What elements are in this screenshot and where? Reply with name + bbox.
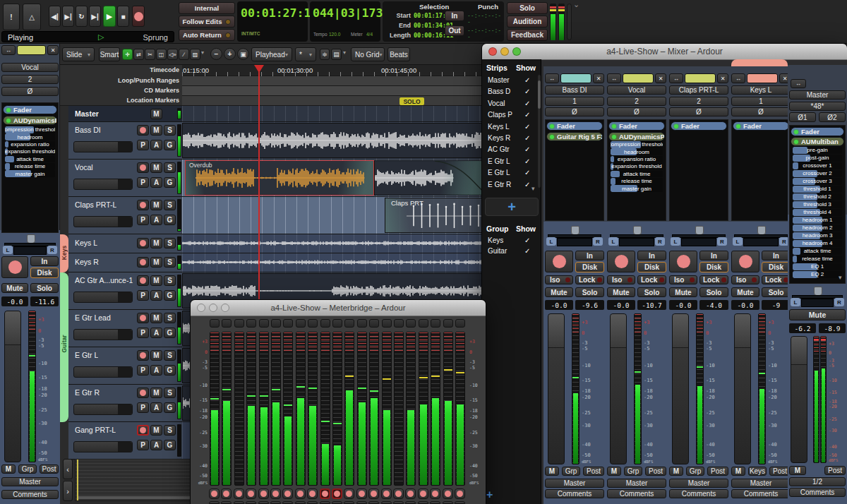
audio-region[interactable] bbox=[374, 160, 487, 196]
track-group-button[interactable]: G bbox=[164, 177, 176, 188]
strip-fader[interactable] bbox=[610, 313, 627, 464]
strip-metering-point-button[interactable]: M bbox=[669, 467, 683, 476]
strip-mute-button[interactable]: Mute bbox=[1, 283, 28, 293]
play-range-button[interactable]: ▶| bbox=[89, 6, 101, 27]
track-rec-enable-button[interactable] bbox=[137, 125, 149, 136]
meterbridge-track-button[interactable] bbox=[419, 319, 428, 328]
track-playlist-button[interactable]: P bbox=[137, 215, 149, 225]
meterbridge-mute-button[interactable] bbox=[344, 501, 354, 504]
meterbridge-mute-button[interactable] bbox=[234, 501, 244, 504]
strips-list-item[interactable]: AC Gtr✓ bbox=[482, 144, 537, 155]
feedback-button[interactable]: Feedback bbox=[507, 29, 548, 41]
meterbridge-mute-button[interactable] bbox=[258, 501, 269, 504]
strip-group-button[interactable]: Grp bbox=[562, 467, 580, 476]
strips-list-scroll-thumb[interactable] bbox=[538, 80, 541, 109]
strip-close-button[interactable]: ✕ bbox=[47, 45, 59, 55]
strip-solo-lock-button[interactable]: Lock bbox=[762, 275, 791, 284]
track-header[interactable]: VocalMSPAG bbox=[68, 160, 182, 197]
meterbridge-track-button[interactable] bbox=[332, 319, 342, 328]
track-solo-button[interactable]: S bbox=[164, 125, 176, 136]
plugin-control[interactable]: master gain bbox=[5, 170, 55, 177]
track-playlist-button[interactable]: P bbox=[137, 290, 149, 301]
strip-peak-display[interactable]: -10.7 bbox=[637, 300, 666, 310]
solo-location-marker[interactable]: SOLO bbox=[400, 97, 424, 105]
goto-end-button[interactable]: ▶| bbox=[62, 6, 74, 27]
strip-peak-display[interactable]: -8.9 bbox=[819, 323, 846, 333]
group-list-item[interactable]: Keys✓ bbox=[482, 236, 537, 246]
track-playlist-button[interactable]: P bbox=[137, 177, 149, 188]
track-playlist-button[interactable]: P bbox=[137, 365, 149, 376]
plugin-control[interactable]: crossover 1 bbox=[793, 162, 842, 169]
meterbridge-rec-button[interactable] bbox=[234, 488, 244, 499]
pan-control[interactable]: LR bbox=[3, 234, 57, 256]
plugin-control[interactable]: headroom bbox=[5, 133, 55, 140]
meterbridge-mute-button[interactable] bbox=[356, 501, 367, 504]
strips-list-item[interactable]: Claps P✓ bbox=[482, 109, 537, 121]
strips-list-item[interactable]: Bass D✓ bbox=[482, 86, 537, 97]
meterbridge-track-button[interactable] bbox=[246, 319, 256, 328]
fader-processor[interactable]: Fader bbox=[546, 121, 603, 131]
strip-close-button[interactable]: ✕ bbox=[655, 73, 666, 83]
zoom-to-selection-button[interactable]: ≑ bbox=[320, 49, 330, 60]
plugin-control[interactable]: threshold 3 bbox=[793, 201, 842, 208]
plugin-control[interactable]: attack time bbox=[5, 156, 55, 163]
track-playlist-button[interactable]: P bbox=[137, 402, 149, 413]
overdub-region[interactable]: Overdub bbox=[185, 160, 374, 196]
strips-list-item[interactable]: E Gtr R✓ bbox=[482, 179, 537, 191]
meterbridge-track-button[interactable] bbox=[271, 319, 281, 328]
track-playlist-button[interactable]: P bbox=[137, 140, 149, 150]
strip-fader[interactable] bbox=[4, 311, 21, 462]
meterbridge-rec-button[interactable] bbox=[332, 488, 342, 499]
strip-gain-display[interactable]: -0.0 bbox=[731, 300, 759, 310]
meterbridge-mute-button[interactable] bbox=[221, 501, 232, 504]
track-solo-button[interactable]: S bbox=[164, 350, 176, 361]
track-group-button[interactable]: G bbox=[164, 328, 176, 338]
meterbridge-track-button[interactable] bbox=[283, 319, 293, 328]
track-mute-button[interactable]: M bbox=[150, 313, 162, 323]
punch-in-button[interactable]: In bbox=[445, 11, 464, 21]
strip-mute-button[interactable]: Mute bbox=[789, 309, 846, 320]
strip-input-monitor-button[interactable]: In bbox=[575, 251, 604, 260]
strip-phase-button[interactable]: Ø bbox=[731, 107, 791, 116]
strip-fader[interactable] bbox=[672, 313, 689, 464]
strip-metering-point-button[interactable]: M bbox=[789, 466, 806, 475]
fader-processor[interactable]: Fader bbox=[671, 121, 727, 131]
plugin-active-led[interactable] bbox=[674, 124, 678, 128]
strip-peak-display[interactable]: -11.6 bbox=[30, 296, 59, 306]
pan-right-label[interactable]: R bbox=[717, 237, 727, 246]
pan-left-label[interactable]: L bbox=[791, 298, 800, 306]
track-rec-enable-button[interactable] bbox=[137, 200, 149, 210]
track-rec-enable-button[interactable] bbox=[137, 238, 149, 248]
strip-comments-button[interactable]: Comments bbox=[789, 488, 846, 497]
track-mute-button[interactable]: M bbox=[150, 162, 162, 173]
pan-left-label[interactable]: L bbox=[733, 237, 743, 246]
plugin-control[interactable]: expansion threshold bbox=[611, 163, 663, 170]
strip-gain-display[interactable]: -0.0 bbox=[1, 296, 28, 306]
strip-comments-button[interactable]: Comments bbox=[1, 490, 59, 499]
plugin-control[interactable]: attack time bbox=[611, 171, 663, 178]
stretch-tool-button[interactable]: ◫ bbox=[156, 49, 167, 60]
meterbridge-mute-button[interactable] bbox=[368, 501, 379, 504]
plugin-processor[interactable]: AUDynamicsPro bbox=[608, 132, 665, 141]
track-lane[interactable] bbox=[182, 234, 487, 253]
meterbridge-mute-button[interactable] bbox=[405, 501, 416, 504]
plugin-control[interactable]: expansion ratio bbox=[5, 141, 55, 148]
grid-mode-dropdown[interactable]: No Grid▾ bbox=[351, 47, 385, 61]
plugin-control[interactable]: attack time bbox=[793, 248, 842, 255]
plugin-control[interactable]: crossover 2 bbox=[793, 170, 842, 177]
plugin-processor[interactable]: AUMultiban bbox=[791, 137, 844, 146]
strip-fader[interactable] bbox=[791, 336, 807, 463]
strip-metering-point-button[interactable]: M bbox=[1, 464, 16, 474]
meterbridge-mute-button[interactable] bbox=[270, 501, 281, 504]
track-playlist-button[interactable]: P bbox=[137, 440, 149, 450]
meterbridge-mute-button[interactable] bbox=[381, 501, 392, 504]
strip-output-button[interactable]: Master bbox=[669, 479, 728, 488]
meterbridge-mute-button[interactable] bbox=[320, 501, 330, 504]
meterbridge-track-button[interactable] bbox=[320, 319, 330, 328]
strip-solo-iso-button[interactable]: Iso bbox=[545, 275, 573, 284]
track-mute-button[interactable]: M bbox=[150, 388, 162, 398]
track-group-button[interactable]: G bbox=[164, 365, 176, 376]
strip-fader-mode-button[interactable]: Post bbox=[583, 467, 604, 476]
strip-mute-button[interactable]: Mute bbox=[731, 287, 759, 297]
meterbridge-rec-button[interactable] bbox=[295, 488, 306, 499]
